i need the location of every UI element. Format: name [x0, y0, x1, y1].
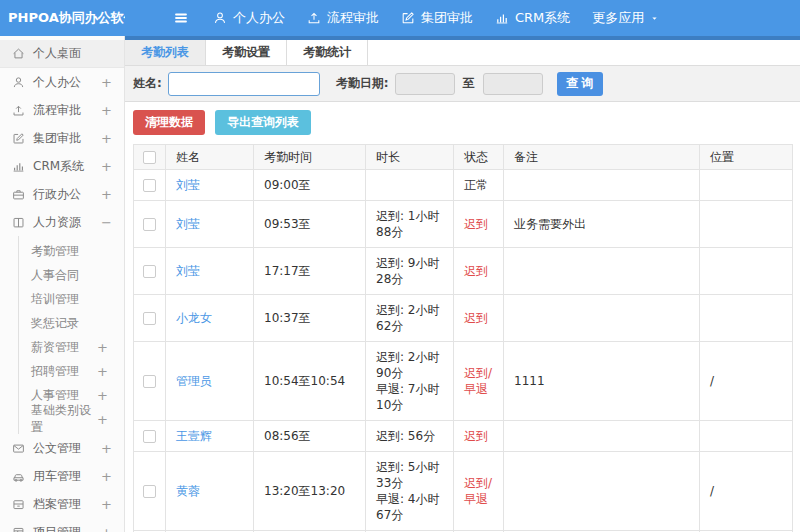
attendance-name-link[interactable]: 刘莹: [176, 217, 200, 231]
attendance-name-link[interactable]: 刘莹: [176, 178, 200, 192]
attendance-name-link[interactable]: 刘莹: [176, 264, 200, 278]
sidebar-subitem-salary[interactable]: 薪资管理+: [19, 335, 124, 359]
expand-toggle-icon[interactable]: +: [101, 525, 112, 532]
expand-toggle-icon[interactable]: +: [101, 75, 112, 90]
status-cell: 迟到: [454, 295, 504, 342]
status-cell: 正常: [454, 170, 504, 201]
menu-icon: [173, 10, 189, 26]
sidebar-item-personal-office[interactable]: 个人办公+: [0, 68, 124, 96]
row-checkbox[interactable]: [143, 485, 156, 498]
sidebar-item-project[interactable]: 项目管理+: [0, 518, 124, 532]
sidebar-subitem-recruitment[interactable]: 招聘管理+: [19, 359, 124, 383]
sidebar-item-label: 项目管理: [33, 524, 101, 532]
row-checkbox[interactable]: [143, 430, 156, 443]
expand-toggle-icon[interactable]: +: [97, 388, 108, 403]
row-checkbox[interactable]: [143, 265, 156, 278]
name-filter-input[interactable]: [168, 72, 320, 96]
nav-item-personal-office[interactable]: 个人办公: [213, 9, 285, 27]
sidebar-toggle[interactable]: [173, 10, 189, 26]
nav-item-crm[interactable]: CRM系统: [495, 9, 570, 27]
sidebar-item-vehicle[interactable]: 用车管理+: [0, 462, 124, 490]
nav-item-group-approval[interactable]: 集团审批: [401, 9, 473, 27]
sidebar-submenu: 考勤管理人事合同培训管理奖惩记录薪资管理+招聘管理+人事管理+基础类别设置+: [18, 236, 124, 434]
table-body: 刘莹09:00至正常刘莹09:53至迟到: 1小时88分迟到业务需要外出刘莹17…: [134, 170, 793, 532]
row-checkbox[interactable]: [143, 179, 156, 192]
remark-cell: [504, 295, 700, 342]
column-header: 时长: [366, 145, 454, 170]
header-checkbox-cell: [134, 145, 166, 170]
sidebar-item-crm[interactable]: CRM系统+: [0, 152, 124, 180]
sidebar-subitem-label: 招聘管理: [31, 363, 97, 380]
expand-toggle-icon[interactable]: −: [101, 215, 112, 230]
name-cell: 王壹辉: [166, 421, 254, 452]
row-checkbox[interactable]: [143, 312, 156, 325]
sidebar-subitem-label: 培训管理: [31, 291, 108, 308]
table-row: 刘莹09:00至正常: [134, 170, 793, 201]
nav-item-more-apps[interactable]: 更多应用: [592, 9, 659, 27]
sidebar-subitem-base-category[interactable]: 基础类别设置+: [19, 407, 124, 431]
tab-attendance-settings[interactable]: 考勤设置: [206, 40, 287, 65]
column-header: 姓名: [166, 145, 254, 170]
expand-toggle-icon[interactable]: +: [97, 412, 108, 427]
sidebar-item-admin-office[interactable]: 行政办公+: [0, 180, 124, 208]
sidebar-item-group-approval[interactable]: 集团审批+: [0, 124, 124, 152]
expand-toggle-icon[interactable]: +: [97, 364, 108, 379]
status-badge: 迟到/早退: [464, 366, 492, 396]
status-cell: 迟到: [454, 248, 504, 295]
sidebar-subitem-attendance[interactable]: 考勤管理: [19, 239, 124, 263]
date-to-input[interactable]: [483, 73, 543, 95]
expand-toggle-icon[interactable]: +: [101, 469, 112, 484]
sidebar-item-archive[interactable]: 档案管理+: [0, 490, 124, 518]
row-checkbox[interactable]: [143, 375, 156, 388]
export-list-button[interactable]: 导出查询列表: [215, 110, 311, 135]
sidebar-item-desktop[interactable]: 个人桌面: [0, 40, 124, 68]
sidebar-item-hr[interactable]: 人力资源−: [0, 208, 124, 236]
sidebar-subitem-training[interactable]: 培训管理: [19, 287, 124, 311]
date-from-input[interactable]: [395, 73, 455, 95]
top-navbar: PHPOA协同办公软件 个人办公流程审批集团审批CRM系统更多应用: [0, 0, 800, 36]
column-header: 考勤时间: [254, 145, 366, 170]
location-cell: [700, 201, 793, 248]
sidebar: 个人桌面个人办公+流程审批+集团审批+CRM系统+行政办公+人力资源−考勤管理人…: [0, 36, 125, 532]
row-checkbox[interactable]: [143, 218, 156, 231]
select-all-checkbox[interactable]: [143, 151, 156, 164]
expand-toggle-icon[interactable]: +: [101, 131, 112, 146]
attendance-name-link[interactable]: 黄蓉: [176, 484, 200, 498]
sidebar-subitem-reward-punishment[interactable]: 奖惩记录: [19, 311, 124, 335]
location-cell: [700, 170, 793, 201]
expand-toggle-icon[interactable]: +: [101, 103, 112, 118]
status-badge: 迟到: [464, 217, 488, 231]
tab-attendance-stats[interactable]: 考勤统计: [287, 40, 368, 65]
sidebar-item-document[interactable]: 公文管理+: [0, 434, 124, 462]
attendance-time-cell: 10:54至10:54: [254, 342, 366, 421]
chevron-down-icon: [650, 14, 659, 23]
duration-line: 迟到: 1小时88分: [376, 208, 443, 240]
nav-item-label: 流程审批: [327, 9, 379, 27]
nav-item-workflow-approval[interactable]: 流程审批: [307, 9, 379, 27]
content-body: 清理数据 导出查询列表 姓名考勤时间时长状态备注位置 刘莹09:00至正常刘莹0…: [125, 102, 800, 532]
home-icon: [12, 47, 26, 60]
search-button[interactable]: 查 询: [557, 72, 603, 96]
duration-line: 迟到: 5小时33分: [376, 459, 443, 491]
sidebar-subitem-personnel-contract[interactable]: 人事合同: [19, 263, 124, 287]
sidebar-item-workflow-approval[interactable]: 流程审批+: [0, 96, 124, 124]
location-cell: /: [700, 342, 793, 421]
expand-toggle-icon[interactable]: +: [97, 340, 108, 355]
clean-data-button[interactable]: 清理数据: [133, 110, 205, 135]
expand-toggle-icon[interactable]: +: [101, 441, 112, 456]
tab-attendance-list[interactable]: 考勤列表: [125, 40, 206, 65]
attendance-name-link[interactable]: 管理员: [176, 374, 212, 388]
remark-cell: [504, 170, 700, 201]
duration-cell: [366, 170, 454, 201]
expand-toggle-icon[interactable]: +: [101, 159, 112, 174]
expand-toggle-icon[interactable]: +: [101, 187, 112, 202]
row-checkbox-cell: [134, 452, 166, 531]
expand-toggle-icon[interactable]: +: [101, 497, 112, 512]
column-header: 状态: [454, 145, 504, 170]
duration-cell: 迟到: 2小时90分早退: 7小时10分: [366, 342, 454, 421]
remark-cell: [504, 452, 700, 531]
attendance-name-link[interactable]: 王壹辉: [176, 429, 212, 443]
location-cell: /: [700, 452, 793, 531]
remark-cell: 业务需要外出: [504, 201, 700, 248]
attendance-name-link[interactable]: 小龙女: [176, 311, 212, 325]
